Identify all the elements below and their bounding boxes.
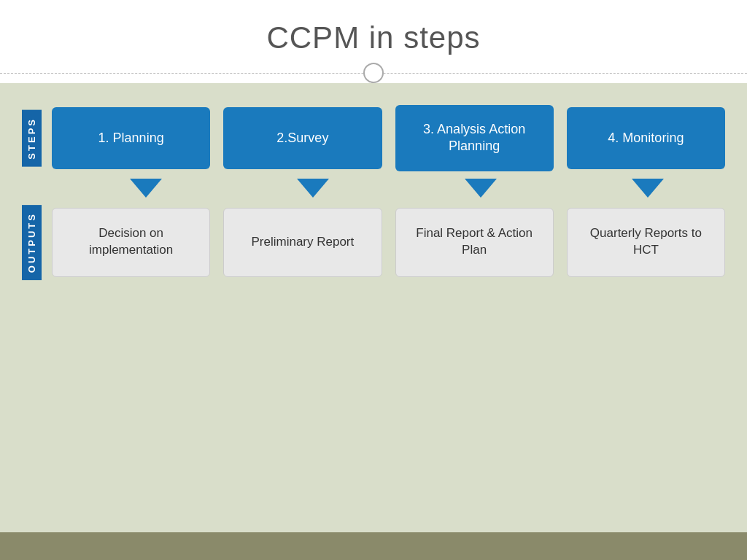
arrow-col-1 bbox=[69, 174, 223, 202]
outputs-label: OUTPUTS bbox=[22, 205, 42, 280]
arrow-col-3 bbox=[403, 174, 558, 202]
output-cards: Decision on implementation Preliminary R… bbox=[52, 205, 725, 280]
output-4-label: Quarterly Reports to HCT bbox=[576, 225, 716, 259]
footer-bar bbox=[0, 532, 747, 560]
output-2-label: Preliminary Report bbox=[251, 234, 354, 251]
steps-row: STEPS 1. Planning 2.Survey 3. Analysis A… bbox=[22, 105, 725, 171]
outputs-label-col: OUTPUTS bbox=[22, 205, 42, 280]
output-card-3: Final Report & Action Plan bbox=[395, 208, 554, 277]
output-card-2: Preliminary Report bbox=[223, 208, 382, 277]
divider-row bbox=[0, 63, 747, 83]
step-1-label: 1. Planning bbox=[98, 130, 164, 147]
arrow-down-3 bbox=[465, 179, 497, 198]
step-2-label: 2.Survey bbox=[276, 130, 328, 147]
steps-cards: 1. Planning 2.Survey 3. Analysis Action … bbox=[52, 105, 725, 171]
output-card-1: Decision on implementation bbox=[52, 208, 210, 277]
outputs-row: OUTPUTS Decision on implementation Preli… bbox=[22, 205, 725, 280]
output-3-label: Final Report & Action Plan bbox=[405, 225, 544, 259]
arrow-down-2 bbox=[297, 179, 329, 198]
step-4-label: 4. Monitoring bbox=[608, 130, 684, 147]
step-card-1: 1. Planning bbox=[52, 107, 210, 169]
step-card-4: 4. Monitoring bbox=[567, 107, 725, 169]
arrows-row bbox=[22, 174, 725, 202]
step-card-2: 2.Survey bbox=[223, 107, 382, 169]
header: CCPM in steps bbox=[0, 0, 747, 83]
main-content: STEPS 1. Planning 2.Survey 3. Analysis A… bbox=[0, 83, 747, 532]
arrow-down-4 bbox=[632, 179, 664, 198]
arrows-container bbox=[69, 174, 725, 202]
step-3-label: 3. Analysis Action Planning bbox=[406, 121, 543, 155]
slide-title: CCPM in steps bbox=[0, 20, 747, 55]
slide: CCPM in steps STEPS 1. Planning 2.Survey… bbox=[0, 0, 747, 560]
step-card-3: 3. Analysis Action Planning bbox=[395, 105, 554, 171]
divider-circle bbox=[363, 63, 384, 83]
arrow-down-1 bbox=[130, 179, 162, 198]
arrow-col-4 bbox=[571, 174, 726, 202]
arrow-col-2 bbox=[236, 174, 391, 202]
steps-label: STEPS bbox=[22, 110, 42, 167]
output-card-4: Quarterly Reports to HCT bbox=[567, 208, 725, 277]
output-1-label: Decision on implementation bbox=[61, 225, 201, 259]
steps-label-col: STEPS bbox=[22, 105, 42, 171]
